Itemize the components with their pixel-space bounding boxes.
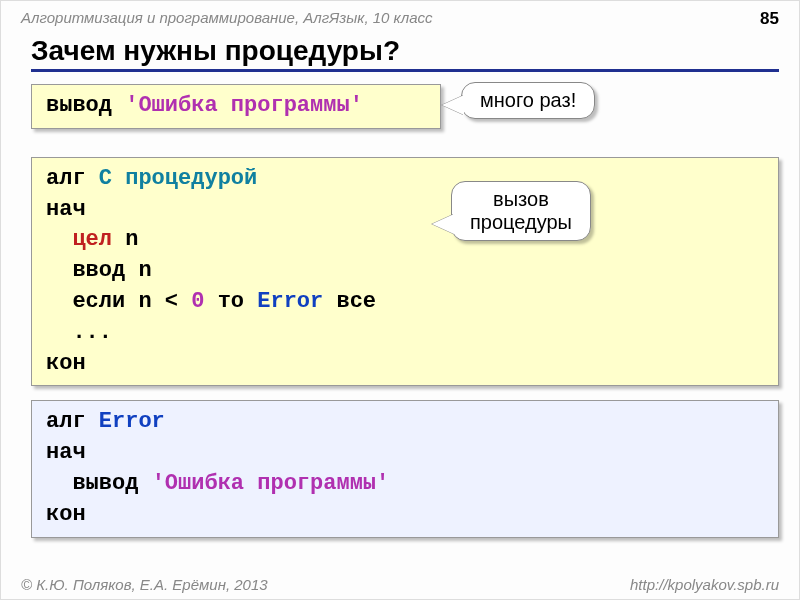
- code-string: 'Ошибка программы': [152, 471, 390, 496]
- page-number: 85: [760, 9, 779, 29]
- slide-header: Алгоритмизация и программирование, АлгЯз…: [1, 1, 799, 31]
- code-line: если n <: [46, 289, 191, 314]
- code-kw: нач: [46, 440, 86, 465]
- title-underline: [31, 69, 779, 72]
- code-name: С процедурой: [99, 166, 257, 191]
- code-line: то: [204, 289, 257, 314]
- code-var: n: [112, 227, 138, 252]
- callout-proc-call: вызов процедуры: [451, 181, 591, 241]
- callout-text-l1: вызов: [470, 188, 572, 211]
- code-line: все: [323, 289, 376, 314]
- slide-content: вывод 'Ошибка программы' много раз! алг …: [1, 84, 799, 538]
- code-kw: алг: [46, 166, 99, 191]
- callout-tail-icon: [432, 214, 454, 234]
- callout-tail-icon: [442, 95, 464, 115]
- footer-authors: © К.Ю. Поляков, Е.А. Ерёмин, 2013: [21, 576, 268, 593]
- code-line: ...: [46, 320, 112, 345]
- code-indent: [46, 227, 72, 252]
- slide-footer: © К.Ю. Поляков, Е.А. Ерёмин, 2013 http:/…: [1, 576, 799, 593]
- code-text: вывод: [46, 93, 125, 118]
- code-box-3: алг Error нач вывод 'Ошибка программы' к…: [31, 400, 779, 537]
- code-line: ввод n: [46, 258, 152, 283]
- slide-title: Зачем нужны процедуры?: [31, 35, 779, 67]
- callout-many-times: много раз!: [461, 82, 595, 119]
- code-kw: кон: [46, 351, 86, 376]
- code-box-1: вывод 'Ошибка программы': [31, 84, 441, 129]
- row-example-1: вывод 'Ошибка программы' много раз!: [31, 84, 779, 143]
- code-kw: кон: [46, 502, 86, 527]
- code-call: Error: [257, 289, 323, 314]
- callout-text-l2: процедуры: [470, 211, 572, 234]
- code-proc-name: Error: [99, 409, 165, 434]
- code-kw: алг: [46, 409, 99, 434]
- callout-text: много раз!: [480, 89, 576, 111]
- row-example-2: алг С процедурой нач цел n ввод n если n…: [31, 157, 779, 387]
- footer-url: http://kpolyakov.spb.ru: [630, 576, 779, 593]
- code-kw: нач: [46, 197, 86, 222]
- code-number: 0: [191, 289, 204, 314]
- code-line: вывод: [46, 471, 152, 496]
- code-type: цел: [72, 227, 112, 252]
- course-title: Алгоритмизация и программирование, АлгЯз…: [21, 9, 433, 29]
- code-box-2: алг С процедурой нач цел n ввод n если n…: [31, 157, 779, 387]
- code-string: 'Ошибка программы': [125, 93, 363, 118]
